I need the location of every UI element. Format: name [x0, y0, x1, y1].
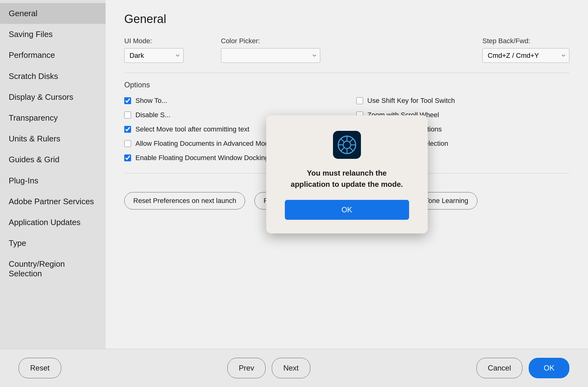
main-content: General UI Mode: Dark Light Medium Dark … — [106, 0, 588, 349]
sidebar-item-app-updates[interactable]: Application Updates — [0, 212, 106, 233]
app-icon — [333, 131, 361, 159]
cancel-button[interactable]: Cancel — [476, 358, 523, 378]
bottom-bar: Reset Prev Next Cancel OK — [0, 349, 588, 387]
reset-button[interactable]: Reset — [19, 358, 61, 378]
prev-button[interactable]: Prev — [227, 358, 266, 378]
sidebar-item-partner-services[interactable]: Adobe Partner Services — [0, 191, 106, 212]
sidebar-item-guides-grid[interactable]: Guides & Grid — [0, 149, 106, 170]
sidebar-item-units-rulers[interactable]: Units & Rulers — [0, 128, 106, 149]
bottom-center: Prev Next — [227, 358, 310, 378]
sidebar-item-plug-ins[interactable]: Plug-Ins — [0, 170, 106, 191]
sidebar: General Saving Files Performance Scratch… — [0, 0, 106, 349]
modal-dialog: You must relaunch theapplication to upda… — [266, 115, 428, 233]
bottom-left: Reset — [19, 358, 61, 378]
sidebar-item-type[interactable]: Type — [0, 233, 106, 254]
modal-message: You must relaunch theapplication to upda… — [291, 168, 403, 190]
sidebar-item-transparency[interactable]: Transparency — [0, 108, 106, 128]
sidebar-item-performance[interactable]: Performance — [0, 45, 106, 66]
sidebar-item-scratch-disks[interactable]: Scratch Disks — [0, 66, 106, 87]
modal-ok-button[interactable]: OK — [285, 200, 409, 220]
svg-rect-0 — [333, 131, 361, 159]
ok-button[interactable]: OK — [529, 358, 569, 378]
modal-overlay: You must relaunch theapplication to upda… — [106, 0, 588, 349]
bottom-right: Cancel OK — [476, 358, 569, 378]
sidebar-item-display-cursors[interactable]: Display & Cursors — [0, 87, 106, 108]
sidebar-item-general[interactable]: General — [0, 3, 106, 24]
sidebar-item-country-region[interactable]: Country/Region Selection — [0, 254, 106, 284]
next-button[interactable]: Next — [272, 358, 310, 378]
sidebar-item-saving-files[interactable]: Saving Files — [0, 24, 106, 45]
